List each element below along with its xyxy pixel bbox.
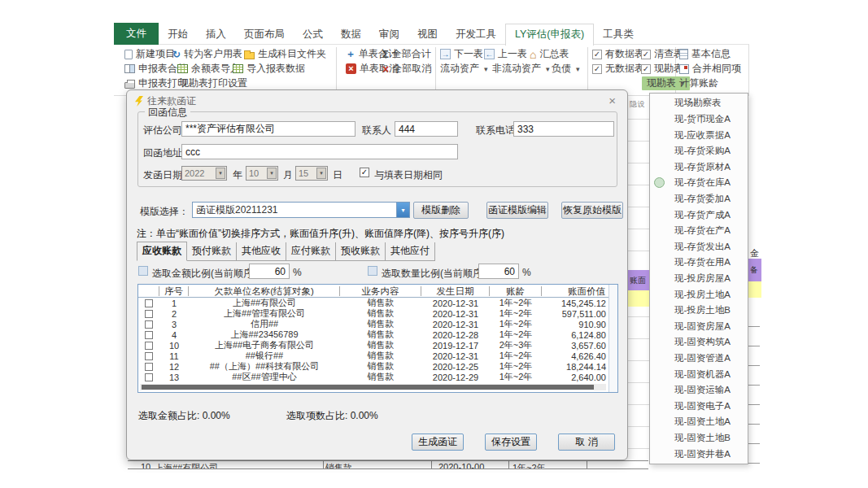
next-table-button[interactable]: 下一表 [440, 47, 483, 61]
template-delete-button[interactable]: 模版删除 [413, 202, 469, 219]
dialog-tab[interactable]: 预付账款 [187, 242, 237, 260]
chevron-down-icon[interactable] [316, 168, 326, 179]
ribbon-tab[interactable]: LY评估(申报表) [505, 24, 594, 46]
count-ratio-checkbox[interactable] [368, 266, 377, 276]
calc-account-age-button[interactable]: 计算账龄 [679, 76, 718, 90]
menu-item[interactable]: 现-固资运输A [650, 382, 748, 399]
dialog-tab[interactable]: 预收账款 [336, 242, 386, 260]
menu-item[interactable]: 现-固资井巷A [650, 446, 748, 462]
close-icon[interactable]: × [607, 93, 617, 108]
menu-item[interactable]: 现-固资土地A [650, 414, 748, 430]
survey-table-checkbox[interactable]: 现勘表 [641, 62, 683, 76]
row-checkbox[interactable] [145, 320, 153, 329]
menu-item[interactable]: 现-存货在产A [650, 223, 748, 239]
dialog-tab[interactable]: 应收账款 [137, 242, 187, 261]
ribbon-tab[interactable]: 公式 [294, 24, 332, 45]
menu-item[interactable]: 现-固资构筑A [650, 334, 748, 351]
save-settings-button[interactable]: 保存设置 [485, 434, 537, 451]
convert-to-client-table-button[interactable]: 转为客户用表 [172, 47, 242, 61]
vertical-scrollbar[interactable] [608, 285, 617, 392]
import-balance-button[interactable]: 余额表导入 [177, 62, 240, 76]
import-report-data-button[interactable]: 导入报表数据 [233, 62, 305, 76]
menu-item[interactable]: 现-存货发出A [650, 238, 748, 255]
month-select[interactable]: 10 [246, 166, 278, 181]
year-select[interactable]: 2022 [181, 166, 227, 181]
non-current-assets-dropdown[interactable]: 非流动资产 [492, 62, 550, 76]
company-input[interactable] [181, 121, 355, 137]
table-row[interactable]: 13##区##管理中心销售款2020-12-291年~2年2,640.00 [138, 372, 617, 382]
template-restore-button[interactable]: 恢复原始模版 [561, 202, 623, 219]
summary-table-button[interactable]: 汇总表 [530, 47, 569, 61]
survey-print-settings-button[interactable]: 现勘表打印设置 [179, 76, 247, 90]
amount-ratio-input[interactable] [249, 264, 290, 279]
menu-item[interactable]: 现-投房土地A [650, 286, 748, 303]
menu-item[interactable]: 现-存货原材A [650, 159, 748, 175]
has-data-table-checkbox[interactable]: 有数据表 [592, 47, 644, 61]
menu-item[interactable]: 现-存货产成A [650, 207, 748, 223]
menu-item[interactable]: 现-固资房屋A [650, 319, 748, 335]
all-cancel-button[interactable]: 全部取消 [382, 62, 431, 76]
cancel-button[interactable]: 取 消 [558, 434, 615, 451]
row-checkbox[interactable] [145, 331, 153, 339]
ribbon-tab[interactable]: 插入 [197, 24, 235, 45]
prev-table-button[interactable]: 上一表 [484, 47, 527, 61]
generate-subject-folder-button[interactable]: 生成科目文件夹 [244, 47, 326, 61]
ribbon-tab[interactable]: 视图 [408, 24, 447, 45]
menu-item[interactable]: 现-固资电子A [650, 399, 748, 415]
dialog-tab[interactable]: 其他应收 [237, 242, 286, 260]
menu-item[interactable]: 现-货币现金A [650, 111, 748, 128]
basic-info-button[interactable]: 基本信息 [679, 47, 731, 61]
row-checkbox[interactable] [145, 299, 153, 307]
dialog-tab[interactable]: 其他应付 [386, 242, 435, 260]
new-project-button[interactable]: 新建项目 [124, 47, 175, 61]
liabilities-dropdown[interactable]: 负债 [552, 62, 580, 76]
print-report-button[interactable]: 申报表打印 [124, 76, 187, 90]
menu-item[interactable]: 现-存货在库A [650, 175, 748, 191]
menu-item[interactable]: 现场勘察表 [650, 95, 748, 111]
all-total-button[interactable]: 全部合计 [382, 47, 431, 61]
no-data-table-checkbox[interactable]: 无数据表 [592, 62, 644, 76]
row-checkbox[interactable] [145, 342, 153, 350]
menu-item[interactable]: 现-应收票据A [650, 127, 748, 143]
scrollbar-thumb[interactable] [142, 385, 594, 390]
current-assets-dropdown[interactable]: 流动资产 [440, 62, 488, 76]
same-date-checkbox[interactable] [360, 168, 369, 177]
row-checkbox[interactable] [145, 363, 153, 371]
chevron-down-icon[interactable] [267, 168, 277, 179]
menu-item[interactable]: 现-投房土地B [650, 303, 748, 319]
dialog-tab[interactable]: 应付账款 [286, 242, 336, 260]
row-checkbox[interactable] [145, 352, 153, 360]
ribbon-tab[interactable]: 文件 [114, 23, 159, 45]
menu-item[interactable]: 现-固资土地B [650, 430, 748, 447]
ribbon-tab[interactable]: 开发工具 [447, 24, 505, 45]
check-table-checkbox[interactable]: 清查表 [641, 47, 683, 61]
info-sheet-icon [679, 49, 688, 59]
ribbon-tab[interactable]: 数据 [332, 24, 370, 45]
contact-input[interactable] [395, 121, 458, 137]
menu-item[interactable]: 现-存货采购A [650, 143, 748, 159]
menu-item[interactable]: 现-存货委加A [650, 191, 748, 207]
menu-item[interactable]: 现-固资机器A [650, 366, 748, 382]
address-input[interactable] [181, 144, 458, 159]
template-edit-button[interactable]: 函证模版编辑 [486, 202, 548, 219]
phone-input[interactable] [513, 121, 614, 137]
count-ratio-input[interactable] [478, 264, 519, 279]
chevron-down-icon[interactable] [396, 203, 409, 217]
generate-confirmation-button[interactable]: 生成函证 [412, 434, 464, 451]
ribbon-tab[interactable]: 审阅 [370, 24, 408, 45]
chevron-down-icon[interactable] [216, 168, 225, 179]
horizontal-scrollbar[interactable] [140, 384, 606, 390]
day-select[interactable]: 15 [295, 166, 328, 181]
amount-ratio-checkbox[interactable] [138, 266, 148, 276]
menu-item[interactable]: 现-投房房屋A [650, 271, 748, 287]
template-combobox[interactable]: 函证模版20211231 [192, 202, 410, 218]
row-checkbox[interactable] [145, 310, 153, 318]
menu-item[interactable]: 现-固资管道A [650, 351, 748, 367]
menu-item[interactable]: 现-存货在用A [650, 255, 748, 271]
column-header[interactable]: 账面价值 [542, 286, 610, 296]
ribbon-tab[interactable]: 开始 [159, 24, 197, 45]
ribbon-tab[interactable]: 工具类 [594, 24, 643, 45]
row-checkbox[interactable] [145, 373, 153, 381]
merge-same-items-button[interactable]: 合并相同项 [679, 62, 741, 76]
ribbon-tab[interactable]: 页面布局 [235, 24, 294, 45]
